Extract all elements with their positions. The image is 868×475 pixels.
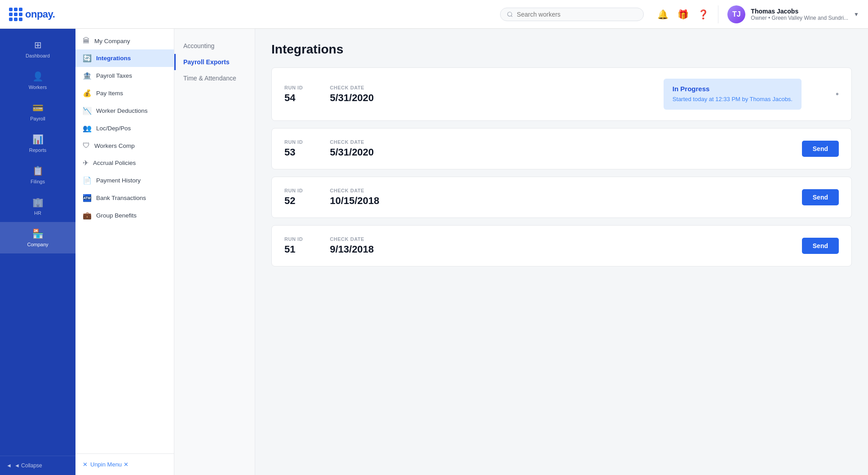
user-info: Thomas Jacobs Owner • Green Valley Wine … <box>751 8 848 21</box>
svg-point-0 <box>508 12 512 16</box>
secondary-nav-payment-history[interactable]: 📄 Payment History <box>75 172 174 189</box>
payroll-taxes-icon: 🏦 <box>83 71 92 80</box>
search-bar[interactable] <box>500 8 644 21</box>
dashboard-icon: ⊞ <box>34 40 42 50</box>
search-input[interactable] <box>517 11 637 18</box>
company-icon: 🏪 <box>32 228 44 239</box>
main-content: Accounting Payroll Exports Time & Attend… <box>174 29 868 475</box>
logo[interactable]: onpay. <box>9 8 55 21</box>
secondary-nav: 🏛 My Company 🔄 Integrations 🏦 Payroll Ta… <box>75 29 174 453</box>
worker-deductions-icon: 📉 <box>83 107 92 115</box>
integrations-icon: 🔄 <box>83 54 92 62</box>
user-role: Owner • Green Valley Wine and Sundri... <box>751 15 848 21</box>
collapse-sidebar-button[interactable]: ◄ ◄ Collapse <box>0 456 75 475</box>
gift-icon[interactable]: 🎁 <box>678 9 689 20</box>
sidebar-item-hr[interactable]: 🏢 HR <box>0 191 75 222</box>
sidebar-item-workers[interactable]: 👤 Workers <box>0 65 75 96</box>
my-company-icon: 🏛 <box>83 37 90 45</box>
secondary-sidebar: 🏛 My Company 🔄 Integrations 🏦 Payroll Ta… <box>75 29 174 475</box>
workers-icon: 👤 <box>32 71 44 82</box>
content-tabs: Accounting Payroll Exports Time & Attend… <box>174 29 255 475</box>
bank-transactions-icon: 🏧 <box>83 194 92 202</box>
secondary-nav-loc-dep-pos[interactable]: 👥 Loc/Dep/Pos <box>75 120 174 137</box>
pay-items-icon: 💰 <box>83 89 92 98</box>
notifications-icon[interactable]: 🔔 <box>657 9 669 20</box>
export-card-53: RUN ID 53 CHECK DATE 5/31/2020 Send <box>271 128 852 169</box>
export-card-54: RUN ID 54 CHECK DATE 5/31/2020 In Progre… <box>271 67 852 121</box>
run-id-field-54: RUN ID 54 <box>284 85 303 104</box>
secondary-nav-workers-comp[interactable]: 🛡 Workers Comp <box>75 137 174 154</box>
workers-comp-icon: 🛡 <box>83 142 90 150</box>
unpin-icon: ✕ <box>83 461 88 468</box>
reports-icon: 📊 <box>32 134 44 145</box>
sidebar-item-filings[interactable]: 📋 Filings <box>0 159 75 191</box>
check-date-field-52: CHECK DATE 10/15/2018 <box>330 188 379 207</box>
secondary-nav-payroll-taxes[interactable]: 🏦 Payroll Taxes <box>75 67 174 84</box>
secondary-nav-my-company[interactable]: 🏛 My Company <box>75 32 174 49</box>
app-body: ⊞ Dashboard 👤 Workers 💳 Payroll 📊 Report… <box>0 29 868 475</box>
help-icon[interactable]: ❓ <box>698 9 709 20</box>
search-icon <box>507 11 513 18</box>
header-actions: 🔔 🎁 ❓ <box>657 9 709 20</box>
send-button-52[interactable]: Send <box>802 189 839 205</box>
secondary-nav-group-benefits[interactable]: 💼 Group Benefits <box>75 207 174 224</box>
user-name: Thomas Jacobs <box>751 8 848 15</box>
in-progress-status: In Progress Started today at 12:33 PM by… <box>664 79 802 110</box>
app-header: onpay. 🔔 🎁 ❓ TJ Thomas Jacobs Owner • Gr… <box>0 0 868 29</box>
run-id-field-52: RUN ID 52 <box>284 188 303 207</box>
logo-icon <box>9 8 22 21</box>
page-title: Integrations <box>271 42 852 57</box>
secondary-nav-pay-items[interactable]: 💰 Pay Items <box>75 84 174 102</box>
sidebar-item-dashboard[interactable]: ⊞ Dashboard <box>0 33 75 65</box>
export-card-52: RUN ID 52 CHECK DATE 10/15/2018 Send <box>271 177 852 218</box>
sidebar-item-reports[interactable]: 📊 Reports <box>0 128 75 159</box>
export-card-51: RUN ID 51 CHECK DATE 9/13/2018 Send <box>271 225 852 266</box>
group-benefits-icon: 💼 <box>83 211 92 220</box>
logo-text: onpay. <box>25 9 55 20</box>
user-section[interactable]: TJ Thomas Jacobs Owner • Green Valley Wi… <box>718 5 859 23</box>
avatar: TJ <box>727 5 745 23</box>
unpin-menu-button[interactable]: ✕ Unpin Menu ✕ <box>75 453 174 475</box>
chevron-down-icon: ▼ <box>854 11 859 18</box>
in-progress-badge: In Progress Started today at 12:33 PM by… <box>664 79 802 110</box>
hr-icon: 🏢 <box>32 197 44 208</box>
payroll-icon: 💳 <box>32 102 44 113</box>
secondary-nav-bank-transactions[interactable]: 🏧 Bank Transactions <box>75 189 174 207</box>
run-id-field-53: RUN ID 53 <box>284 139 303 158</box>
payment-history-icon: 📄 <box>83 176 92 185</box>
filings-icon: 📋 <box>32 165 44 176</box>
sidebar-item-company[interactable]: 🏪 Company <box>0 222 75 253</box>
accrual-policies-icon: ✈ <box>83 159 89 167</box>
primary-nav: ⊞ Dashboard 👤 Workers 💳 Payroll 📊 Report… <box>0 29 75 456</box>
secondary-nav-integrations[interactable]: 🔄 Integrations <box>75 49 174 67</box>
check-date-field-53: CHECK DATE 5/31/2020 <box>330 139 374 158</box>
run-id-field-51: RUN ID 51 <box>284 236 303 255</box>
collapse-icon: ◄ <box>6 462 12 469</box>
check-date-field-51: CHECK DATE 9/13/2018 <box>330 236 374 255</box>
check-date-field-54: CHECK DATE 5/31/2020 <box>330 85 374 104</box>
sidebar-item-payroll[interactable]: 💳 Payroll <box>0 96 75 128</box>
primary-sidebar: ⊞ Dashboard 👤 Workers 💳 Payroll 📊 Report… <box>0 29 75 475</box>
loc-dep-pos-icon: 👥 <box>83 124 92 133</box>
secondary-nav-worker-deductions[interactable]: 📉 Worker Deductions <box>75 102 174 120</box>
tab-payroll-exports[interactable]: Payroll Exports <box>174 54 255 70</box>
send-button-53[interactable]: Send <box>802 141 839 157</box>
secondary-nav-accrual-policies[interactable]: ✈ Accrual Policies <box>75 154 174 172</box>
main-panel: Integrations RUN ID 54 CHECK DATE 5/31/2… <box>255 29 868 475</box>
card-54-menu-icon[interactable]: • <box>836 89 839 99</box>
tab-time-attendance[interactable]: Time & Attendance <box>174 70 255 86</box>
send-button-51[interactable]: Send <box>802 238 839 254</box>
tab-accounting[interactable]: Accounting <box>174 38 255 54</box>
